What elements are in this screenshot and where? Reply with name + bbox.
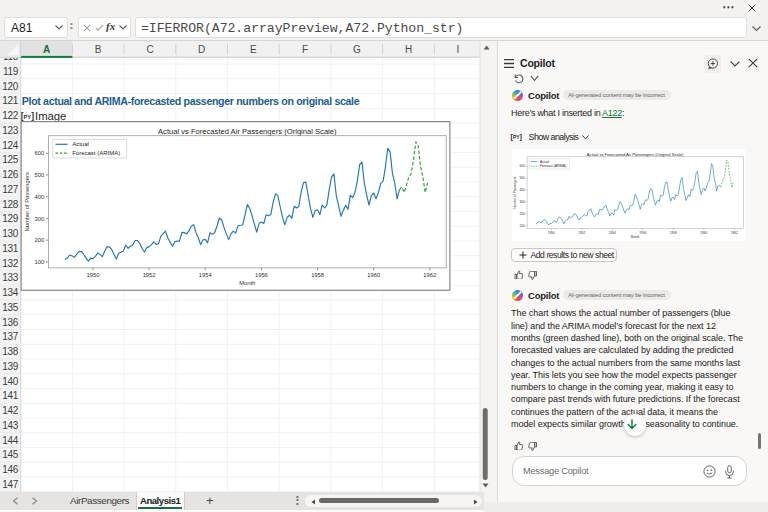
svg-text:G: G xyxy=(353,44,361,55)
svg-text:A: A xyxy=(43,44,50,55)
svg-text:138: 138 xyxy=(2,346,19,357)
svg-text:]: ] xyxy=(31,111,34,121)
svg-text:131: 131 xyxy=(2,243,19,254)
svg-text:I: I xyxy=(457,44,460,55)
svg-text:H: H xyxy=(405,44,412,55)
svg-text:126: 126 xyxy=(2,169,19,180)
svg-text:Image: Image xyxy=(35,110,66,122)
svg-text:144: 144 xyxy=(2,435,19,446)
svg-text:134: 134 xyxy=(2,287,19,298)
svg-text:135: 135 xyxy=(2,302,19,313)
svg-text:136: 136 xyxy=(2,317,19,328)
svg-text:119: 119 xyxy=(3,66,19,77)
svg-text:B: B xyxy=(95,44,102,55)
svg-text:Plot actual and ARIMA-forecast: Plot actual and ARIMA-forecasted passeng… xyxy=(22,95,360,107)
svg-text:E: E xyxy=(250,44,257,55)
svg-text:123: 123 xyxy=(2,125,19,136)
svg-text:F: F xyxy=(302,44,308,55)
svg-text:125: 125 xyxy=(2,154,19,165)
svg-text:121: 121 xyxy=(2,95,19,106)
svg-text:130: 130 xyxy=(2,228,19,239)
svg-text:142: 142 xyxy=(2,405,19,416)
svg-text:137: 137 xyxy=(2,331,19,342)
svg-text:147: 147 xyxy=(2,479,19,490)
svg-text:132: 132 xyxy=(2,258,19,269)
svg-text:145: 145 xyxy=(2,449,19,460)
svg-text:124: 124 xyxy=(2,140,19,151)
svg-text:143: 143 xyxy=(2,420,19,431)
svg-text:127: 127 xyxy=(2,184,19,195)
svg-text:133: 133 xyxy=(2,272,19,283)
svg-text:146: 146 xyxy=(2,464,19,475)
svg-text:128: 128 xyxy=(2,199,19,210)
svg-text:C: C xyxy=(146,44,153,55)
svg-text:120: 120 xyxy=(2,81,19,92)
svg-text:141: 141 xyxy=(2,390,19,401)
svg-text:D: D xyxy=(198,44,205,55)
svg-text:129: 129 xyxy=(2,213,19,224)
svg-text:PY: PY xyxy=(24,114,32,120)
svg-text:139: 139 xyxy=(2,361,19,372)
svg-text:122: 122 xyxy=(2,110,19,121)
svg-text:140: 140 xyxy=(2,376,19,387)
